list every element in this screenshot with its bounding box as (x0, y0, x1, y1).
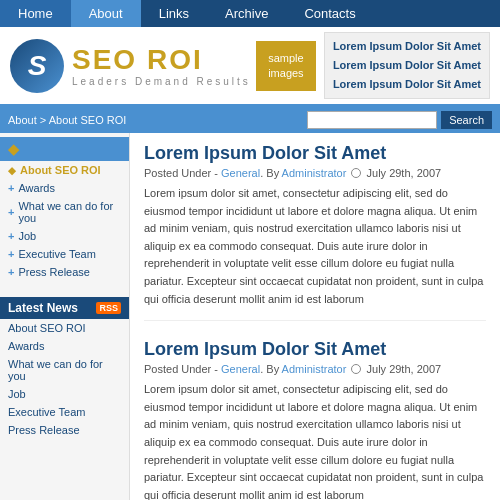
logo-icon: S (10, 39, 64, 93)
article-body: Lorem ipsum dolor sit amet, consectetur … (144, 381, 486, 500)
nav-item-contacts[interactable]: Contacts (286, 0, 373, 27)
article-author[interactable]: Administrator (282, 363, 347, 375)
sidebar-item-job[interactable]: +Job (0, 227, 129, 245)
sidebar-item-label: Press Release (18, 266, 90, 278)
content-area: Lorem Ipsum Dolor Sit AmetPosted Under -… (130, 133, 500, 500)
sidebar-news-item[interactable]: Job (0, 385, 129, 403)
article: Lorem Ipsum Dolor Sit AmetPosted Under -… (144, 339, 486, 500)
sample-line: Lorem Ipsum Dolor Sit Amet (333, 56, 481, 75)
clock-icon (351, 168, 361, 178)
sidebar: ◆ ◆About SEO ROI+Awards+What we can do f… (0, 133, 130, 500)
search-input[interactable] (307, 111, 437, 129)
bullet-icon: ◆ (8, 165, 16, 176)
logo-title: SEO ROI (72, 44, 251, 76)
site-header: S SEO ROI Leaders Demand Results sample … (0, 27, 500, 107)
sidebar-section-icon: ◆ (8, 141, 19, 157)
article: Lorem Ipsum Dolor Sit AmetPosted Under -… (144, 143, 486, 321)
sidebar-item-label: About SEO ROI (20, 164, 101, 176)
main-nav: HomeAboutLinksArchiveContacts (0, 0, 500, 27)
rss-icon[interactable]: RSS (96, 302, 121, 314)
article-category[interactable]: General (221, 167, 260, 179)
logo-letter: S (28, 50, 47, 82)
article-title: Lorem Ipsum Dolor Sit Amet (144, 143, 486, 164)
sidebar-news-item[interactable]: Executive Team (0, 403, 129, 421)
sidebar-item-label: What we can do for you (18, 200, 121, 224)
search-button[interactable]: Search (441, 111, 492, 129)
sample-line: Lorem Ipsum Dolor Sit Amet (333, 37, 481, 56)
sidebar-item-label: Awards (18, 182, 54, 194)
sidebar-section-header: ◆ (0, 137, 129, 161)
sidebar-item-awards[interactable]: +Awards (0, 179, 129, 197)
clock-icon (351, 364, 361, 374)
sidebar-item-press-release[interactable]: +Press Release (0, 263, 129, 281)
sidebar-news-item[interactable]: Press Release (0, 421, 129, 439)
breadcrumb: About > About SEO ROI (8, 114, 126, 126)
main-content: ◆ ◆About SEO ROI+Awards+What we can do f… (0, 133, 500, 500)
article-author[interactable]: Administrator (282, 167, 347, 179)
sidebar-item-executive-team[interactable]: +Executive Team (0, 245, 129, 263)
plus-icon: + (8, 206, 14, 218)
sidebar-item-label: Job (18, 230, 36, 242)
plus-icon: + (8, 248, 14, 260)
logo-area: S SEO ROI Leaders Demand Results (10, 39, 256, 93)
sidebar-item-label: Executive Team (18, 248, 95, 260)
plus-icon: + (8, 266, 14, 278)
article-meta: Posted Under - General. By Administrator… (144, 363, 486, 375)
logo-subtitle: Leaders Demand Results (72, 76, 251, 87)
sidebar-news-item[interactable]: About SEO ROI (0, 319, 129, 337)
sidebar-news-item[interactable]: Awards (0, 337, 129, 355)
logo-text: SEO ROI Leaders Demand Results (72, 44, 251, 87)
plus-icon: + (8, 230, 14, 242)
sample-line: Lorem Ipsum Dolor Sit Amet (333, 75, 481, 94)
nav-item-archive[interactable]: Archive (207, 0, 286, 27)
sidebar-latest-news: Latest News RSS About SEO ROIAwardsWhat … (0, 297, 129, 439)
sidebar-item-about-seo-roi[interactable]: ◆About SEO ROI (0, 161, 129, 179)
search-area: Search (307, 111, 492, 129)
article-title: Lorem Ipsum Dolor Sit Amet (144, 339, 486, 360)
sidebar-menu-section: ◆ ◆About SEO ROI+Awards+What we can do f… (0, 133, 129, 289)
latest-news-label: Latest News (8, 301, 78, 315)
nav-item-about[interactable]: About (71, 0, 141, 27)
nav-item-home[interactable]: Home (0, 0, 71, 27)
sample-images-box[interactable]: sample images (256, 41, 316, 91)
header-right: sample images Lorem Ipsum Dolor Sit Amet… (256, 32, 490, 98)
sidebar-item-what-we-can-do-for-you[interactable]: +What we can do for you (0, 197, 129, 227)
article-meta: Posted Under - General. By Administrator… (144, 167, 486, 179)
sample-text-box: Lorem Ipsum Dolor Sit AmetLorem Ipsum Do… (324, 32, 490, 98)
plus-icon: + (8, 182, 14, 194)
breadcrumb-bar: About > About SEO ROI Search (0, 107, 500, 133)
latest-news-header: Latest News RSS (0, 297, 129, 319)
nav-item-links[interactable]: Links (141, 0, 207, 27)
article-body: Lorem ipsum dolor sit amet, consectetur … (144, 185, 486, 308)
sidebar-news-item[interactable]: What we can do for you (0, 355, 129, 385)
article-category[interactable]: General (221, 363, 260, 375)
